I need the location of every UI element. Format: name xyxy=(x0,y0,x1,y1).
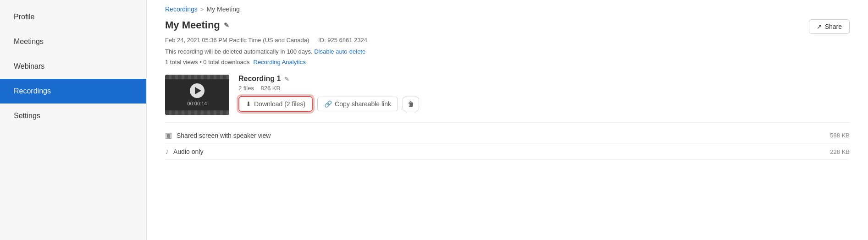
stats-row: 1 total views • 0 total downloads Record… xyxy=(165,59,850,65)
sidebar-item-profile[interactable]: Profile xyxy=(0,5,146,29)
disable-auto-delete-link[interactable]: Disable auto-delete xyxy=(314,48,365,55)
link-icon: 🔗 xyxy=(324,100,332,108)
play-icon xyxy=(195,87,201,94)
sidebar-item-recordings[interactable]: Recordings xyxy=(0,79,146,104)
copy-link-button[interactable]: 🔗 Copy shareable link xyxy=(317,97,398,111)
breadcrumb: Recordings > My Meeting xyxy=(165,5,850,13)
recording-card: 00:00:14 Recording 1 ✎ 2 files 826 KB ⬇ … xyxy=(165,75,850,115)
recording-analytics-link[interactable]: Recording Analytics xyxy=(254,59,306,65)
breadcrumb-separator: > xyxy=(200,6,204,13)
play-button[interactable] xyxy=(190,83,205,98)
trash-icon: 🗑 xyxy=(408,100,414,108)
file-name-1: Audio only xyxy=(173,148,203,155)
meeting-title-area: My Meeting ✎ xyxy=(165,19,229,31)
recording-info: Recording 1 ✎ 2 files 826 KB ⬇ Download … xyxy=(238,75,850,112)
meeting-meta: Feb 24, 2021 05:36 PM Pacific Time (US a… xyxy=(165,37,850,44)
meeting-title: My Meeting ✎ xyxy=(165,19,229,31)
thumbnail-time: 00:00:14 xyxy=(188,101,207,106)
auto-delete-notice: This recording will be deleted automatic… xyxy=(165,48,850,55)
file-item-left-0: ▣ Shared screen with speaker view xyxy=(165,131,271,140)
file-item-left-1: ♪ Audio only xyxy=(165,147,203,156)
breadcrumb-recordings-link[interactable]: Recordings xyxy=(165,5,198,13)
recording-name-row: Recording 1 ✎ xyxy=(238,75,850,83)
recording-thumbnail[interactable]: 00:00:14 xyxy=(165,75,229,115)
main-content: Recordings > My Meeting My Meeting ✎ ↗ S… xyxy=(147,0,868,240)
sidebar-item-settings[interactable]: Settings xyxy=(0,104,146,128)
sidebar-item-webinars[interactable]: Webinars xyxy=(0,54,146,79)
recording-actions: ⬇ Download (2 files) 🔗 Copy shareable li… xyxy=(238,96,850,112)
breadcrumb-current: My Meeting xyxy=(206,5,239,13)
share-button[interactable]: ↗ Share xyxy=(809,19,850,34)
filmstrip-top xyxy=(165,75,229,79)
sidebar: Profile Meetings Webinars Recordings Set… xyxy=(0,0,147,240)
recording-name: Recording 1 xyxy=(238,75,281,83)
download-button[interactable]: ⬇ Download (2 files) xyxy=(238,96,313,112)
filmstrip-bottom xyxy=(165,110,229,115)
recording-file-info: 2 files 826 KB xyxy=(238,85,850,92)
file-item-0: ▣ Shared screen with speaker view 598 KB xyxy=(165,127,850,144)
share-icon: ↗ xyxy=(817,23,822,30)
file-list: ▣ Shared screen with speaker view 598 KB… xyxy=(165,122,850,160)
delete-button[interactable]: 🗑 xyxy=(403,97,419,111)
file-icon-1: ♪ xyxy=(165,147,169,156)
download-icon: ⬇ xyxy=(246,100,251,108)
file-icon-0: ▣ xyxy=(165,131,172,140)
file-size-1: 228 KB xyxy=(830,148,850,155)
file-item-1: ♪ Audio only 228 KB xyxy=(165,144,850,160)
sidebar-item-meetings[interactable]: Meetings xyxy=(0,29,146,54)
page-header: My Meeting ✎ ↗ Share xyxy=(165,19,850,34)
recording-edit-icon[interactable]: ✎ xyxy=(284,76,289,82)
file-size-0: 598 KB xyxy=(830,132,850,139)
file-name-0: Shared screen with speaker view xyxy=(177,132,271,139)
meeting-title-edit-icon[interactable]: ✎ xyxy=(224,22,229,29)
